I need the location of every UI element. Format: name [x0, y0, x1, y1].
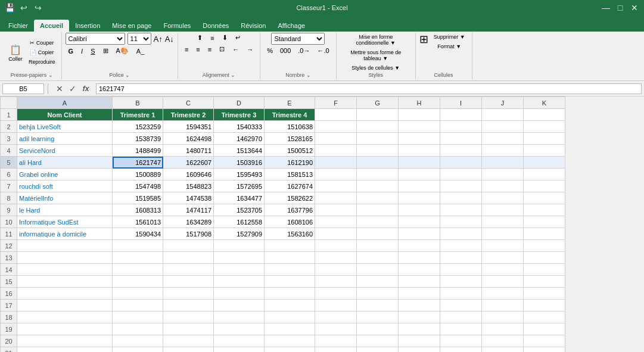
cell[interactable] — [357, 228, 399, 240]
cancel-formula-button[interactable]: ✕ — [54, 84, 65, 94]
cell[interactable] — [214, 276, 265, 288]
row-header-19[interactable]: 19 — [1, 323, 17, 335]
merge-button[interactable]: ⊡ — [216, 44, 228, 54]
cell[interactable] — [113, 288, 163, 300]
cell[interactable]: 1474117 — [163, 204, 214, 216]
cell[interactable]: 1510638 — [265, 121, 315, 133]
cell[interactable] — [315, 311, 357, 323]
align-bottom-button[interactable]: ⬇ — [219, 33, 231, 43]
cell[interactable] — [315, 121, 357, 133]
indent-dec-button[interactable]: ← — [229, 44, 242, 54]
cell[interactable] — [440, 133, 482, 145]
cell[interactable] — [440, 157, 482, 169]
cell[interactable]: 1594351 — [163, 121, 214, 133]
cell[interactable] — [482, 216, 524, 228]
redo-button[interactable]: ↪ — [32, 3, 44, 13]
cell[interactable]: 1572695 — [214, 180, 265, 192]
row-header-20[interactable]: 20 — [1, 335, 17, 347]
cell[interactable] — [214, 311, 265, 323]
cell[interactable]: ServiceNord — [17, 145, 113, 157]
cell[interactable] — [113, 252, 163, 264]
underline-button[interactable]: S — [88, 46, 98, 56]
cell[interactable]: 1513644 — [214, 145, 265, 157]
cell[interactable] — [17, 240, 113, 252]
cell[interactable] — [357, 264, 399, 276]
cell[interactable] — [440, 180, 482, 192]
cell[interactable] — [399, 204, 440, 216]
cell[interactable]: rouchdi soft — [17, 180, 113, 192]
cell[interactable] — [440, 192, 482, 204]
cell[interactable] — [17, 276, 113, 288]
row-header-17[interactable]: 17 — [1, 300, 17, 311]
cell[interactable] — [399, 276, 440, 288]
cell[interactable] — [357, 145, 399, 157]
cell[interactable]: Nom Client — [17, 109, 113, 121]
cell[interactable] — [357, 323, 399, 335]
tab-accueil[interactable]: Accueil — [34, 20, 69, 32]
row-header-6[interactable]: 6 — [1, 169, 17, 180]
cell[interactable]: 1474538 — [163, 192, 214, 204]
cell[interactable] — [113, 240, 163, 252]
cell[interactable] — [440, 216, 482, 228]
percent-button[interactable]: % — [264, 46, 276, 55]
cell[interactable] — [524, 252, 565, 264]
cell[interactable] — [315, 240, 357, 252]
cell[interactable] — [214, 288, 265, 300]
cell[interactable] — [357, 276, 399, 288]
cell[interactable] — [482, 335, 524, 347]
col-header-k[interactable]: K — [524, 97, 565, 109]
row-header-2[interactable]: 2 — [1, 121, 17, 133]
cell[interactable] — [482, 311, 524, 323]
supprimer-button[interactable]: Supprimer ▼ — [431, 33, 468, 41]
cell[interactable] — [399, 300, 440, 311]
cell[interactable] — [399, 157, 440, 169]
font-shrink-button[interactable]: A↓ — [165, 35, 174, 43]
cell[interactable] — [440, 311, 482, 323]
cell[interactable] — [315, 264, 357, 276]
indent-inc-button[interactable]: → — [244, 44, 256, 54]
undo-button[interactable]: ↩ — [18, 3, 30, 13]
font-grow-button[interactable]: A↑ — [154, 35, 163, 43]
cell[interactable] — [440, 300, 482, 311]
cell[interactable] — [113, 300, 163, 311]
cell[interactable] — [113, 347, 163, 353]
cell[interactable] — [482, 288, 524, 300]
row-header-8[interactable]: 8 — [1, 192, 17, 204]
cell[interactable] — [399, 145, 440, 157]
cell[interactable] — [524, 133, 565, 145]
cell[interactable] — [315, 204, 357, 216]
cell[interactable]: Trimestre 3 — [214, 109, 265, 121]
formula-input[interactable] — [96, 83, 642, 94]
cell[interactable] — [315, 192, 357, 204]
cell[interactable]: 1547498 — [113, 180, 163, 192]
cell[interactable]: 1462970 — [214, 133, 265, 145]
cell[interactable] — [357, 216, 399, 228]
cell[interactable] — [315, 323, 357, 335]
cell[interactable] — [214, 252, 265, 264]
cell[interactable]: 1608106 — [265, 216, 315, 228]
tab-donnees[interactable]: Données — [197, 20, 235, 32]
save-button[interactable]: 💾 — [4, 3, 15, 13]
cell[interactable]: 1540333 — [214, 121, 265, 133]
cell[interactable]: 1621747 — [113, 157, 163, 169]
align-top-button[interactable]: ⬆ — [194, 33, 206, 43]
cell[interactable] — [163, 335, 214, 347]
cell[interactable] — [265, 300, 315, 311]
cell[interactable] — [17, 252, 113, 264]
cell[interactable] — [524, 240, 565, 252]
cell[interactable]: 1634477 — [214, 192, 265, 204]
cell[interactable] — [265, 347, 315, 353]
cell[interactable]: 1637796 — [265, 204, 315, 216]
col-header-b[interactable]: B — [113, 97, 163, 109]
format-as-table-button[interactable]: Mettre sous forme de tableau ▼ — [340, 48, 412, 63]
cell[interactable] — [482, 121, 524, 133]
cell[interactable]: 1523705 — [214, 204, 265, 216]
cell[interactable] — [265, 276, 315, 288]
cell[interactable] — [399, 240, 440, 252]
cell[interactable] — [482, 180, 524, 192]
cell[interactable] — [17, 288, 113, 300]
cell[interactable]: 1612558 — [214, 216, 265, 228]
cell[interactable]: 1548823 — [163, 180, 214, 192]
border-button[interactable]: ⊞ — [100, 46, 111, 56]
cell[interactable] — [440, 276, 482, 288]
